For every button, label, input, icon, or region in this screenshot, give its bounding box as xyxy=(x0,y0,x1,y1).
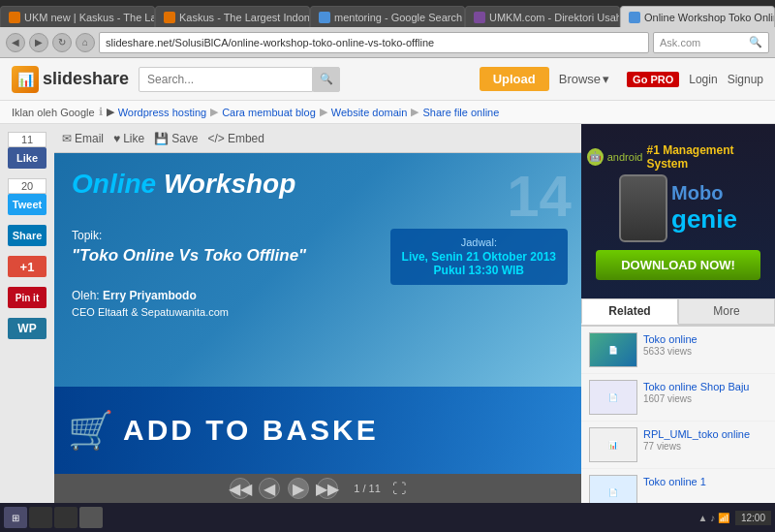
tab-related[interactable]: Related xyxy=(581,298,678,325)
start-button[interactable]: ⊞ xyxy=(4,507,27,528)
taskbar: ⊞ ▲ ♪ 📶 12:00 xyxy=(0,503,775,532)
prev-button[interactable]: ◀ xyxy=(259,478,280,499)
back-button[interactable]: ◀ xyxy=(6,33,25,52)
related-item-3[interactable]: 📊 RPL_UML_toko online 77 views xyxy=(581,422,775,469)
wordpress-button[interactable]: WP xyxy=(5,318,49,339)
embed-icon: </> xyxy=(208,132,225,145)
slide-controls: ◀◀ ◀ ▶ ▶▶ 1 / 11 ⛶ xyxy=(54,474,581,503)
browse-button[interactable]: Browse ▾ xyxy=(559,72,609,86)
right-panel: 🤖 android #1 Management System Mobo geni… xyxy=(581,124,775,503)
embed-button[interactable]: </> Embed xyxy=(208,132,264,145)
fb-count: 11 xyxy=(8,132,46,147)
slide-viewer: 14 Online Workshop Topik: "Toko Online V… xyxy=(54,153,581,474)
main-content: 11 Like 20 Tweet Share +1 Pin it WP ✉ Em… xyxy=(0,124,775,503)
logo[interactable]: 📊 slideshare xyxy=(12,66,129,93)
play-button[interactable]: ▶ xyxy=(288,478,309,499)
googleplus-button[interactable]: +1 xyxy=(5,256,49,277)
slide-author-name: Erry Priyambodo xyxy=(103,289,197,302)
rewind-button[interactable]: ◀◀ xyxy=(230,478,251,499)
email-label: Email xyxy=(75,132,104,145)
related-views-2: 1607 views xyxy=(643,393,749,404)
taskbar-icon-3[interactable] xyxy=(79,507,103,528)
signup-link[interactable]: Signup xyxy=(728,73,763,86)
tab-more[interactable]: More xyxy=(678,298,775,325)
like-label: Like xyxy=(123,132,144,145)
slide-topic-label: Topik: xyxy=(72,229,102,242)
slide-number-bg: 14 xyxy=(507,163,572,230)
slide-content: 14 Online Workshop Topik: "Toko Online V… xyxy=(54,153,581,474)
search-submit-button[interactable]: 🔍 xyxy=(313,67,340,92)
tab-1-icon xyxy=(9,12,20,23)
related-item-1[interactable]: 📄 Toko online 5633 views xyxy=(581,327,775,374)
ad-bar: Iklan oleh Google ℹ ▶ Wordpress hosting … xyxy=(0,101,775,124)
taskbar-icon-1[interactable] xyxy=(29,507,52,528)
related-thumb-1: 📄 xyxy=(589,332,637,367)
gp-label: +1 xyxy=(8,256,46,277)
browse-chevron-icon: ▾ xyxy=(603,72,609,86)
ad-link-3[interactable]: Website domain xyxy=(331,107,408,118)
tab-1-label: UKM new | Kaskus - The Largest " xyxy=(24,12,155,23)
schedule-label: Jadwal: xyxy=(402,236,556,248)
tab-bar: UKM new | Kaskus - The Largest " ✕ Kasku… xyxy=(0,0,775,27)
taskbar-icon-2[interactable] xyxy=(54,507,78,528)
next-button[interactable]: ▶▶ xyxy=(317,478,338,499)
ad-logo: Mobo genie xyxy=(619,174,737,242)
pin-label: Pin it xyxy=(8,287,46,308)
gopro-badge[interactable]: Go PRO xyxy=(627,72,679,87)
twitter-button[interactable]: 20 Tweet xyxy=(5,178,49,215)
brand-mobo: Mobo xyxy=(671,182,737,204)
related-thumb-4: 📄 xyxy=(589,475,637,503)
tab-1[interactable]: UKM new | Kaskus - The Largest " ✕ xyxy=(0,6,155,27)
save-label: Save xyxy=(171,132,198,145)
search-input[interactable] xyxy=(139,67,313,92)
login-link[interactable]: Login xyxy=(689,73,717,86)
slide-topic-text: "Toko Online Vs Toko Offline" xyxy=(72,246,306,266)
search-text: Ask.com xyxy=(660,37,700,48)
embed-label: Embed xyxy=(228,132,264,145)
like-button[interactable]: ♥ Like xyxy=(113,132,144,145)
slide-title: Online Workshop xyxy=(72,169,295,200)
save-button[interactable]: 💾 Save xyxy=(154,132,198,145)
tw-count: 20 xyxy=(8,178,46,194)
refresh-button[interactable]: ↻ xyxy=(52,33,72,52)
facebook-button[interactable]: 11 Like xyxy=(5,132,49,169)
tab-4[interactable]: UMKM.com - Direktori Usaha M... ✕ xyxy=(465,6,620,27)
related-views-3: 77 views xyxy=(643,441,750,452)
social-sidebar: 11 Like 20 Tweet Share +1 Pin it WP xyxy=(0,124,54,503)
tw-label: Tweet xyxy=(8,194,46,215)
fullscreen-button[interactable]: ⛶ xyxy=(392,481,406,496)
tab-4-icon xyxy=(474,12,485,23)
related-views-1: 5633 views xyxy=(643,346,698,357)
ad-link-2[interactable]: Cara membuat blog xyxy=(222,107,316,118)
ad-banner: 🤖 android #1 Management System Mobo geni… xyxy=(581,124,775,298)
upload-button[interactable]: Upload xyxy=(480,67,549,91)
pinterest-button[interactable]: Pin it xyxy=(5,287,49,308)
related-item-2[interactable]: 📄 Toko online Shop Baju 1607 views xyxy=(581,374,775,422)
slide-counter: 1 / 11 xyxy=(354,483,381,494)
address-bar[interactable]: slideshare.net/SolusiBlCA/online-worksho… xyxy=(99,32,649,53)
related-title-2: Toko online Shop Baju xyxy=(643,380,749,393)
email-button[interactable]: ✉ Email xyxy=(62,132,104,145)
linkedin-button[interactable]: Share xyxy=(5,225,49,246)
ad-link-1[interactable]: Wordpress hosting xyxy=(118,107,207,118)
tab-2[interactable]: Kaskus - The Largest Indonesian... ✕ xyxy=(155,6,310,27)
tab-3[interactable]: mentoring - Google Search ✕ xyxy=(310,6,465,27)
tab-5[interactable]: Online Workshop Toko Online v... ✕ xyxy=(620,6,775,27)
home-button[interactable]: ⌂ xyxy=(76,33,95,52)
slide-title-workshop: Workshop xyxy=(164,169,295,199)
brand-genie: genie xyxy=(671,204,737,235)
ad-link-4[interactable]: Share file online xyxy=(422,107,499,118)
tab-5-label: Online Workshop Toko Online v... xyxy=(644,12,775,23)
logo-text: slideshare xyxy=(43,69,129,89)
ad-label: Iklan oleh Google xyxy=(12,107,95,118)
tab-2-label: Kaskus - The Largest Indonesian... xyxy=(179,12,310,23)
site-search: 🔍 xyxy=(139,67,470,92)
ad-sep-1: ▶ xyxy=(107,106,114,118)
basket-text: ADD TO BASKE xyxy=(123,414,379,447)
download-button[interactable]: DOWNLOAD NOW! xyxy=(596,250,760,280)
related-item-4[interactable]: 📄 Toko online 1 xyxy=(581,469,775,503)
forward-button[interactable]: ▶ xyxy=(29,33,48,52)
search-bar[interactable]: Ask.com 🔍 xyxy=(653,32,769,53)
related-list: 📄 Toko online 5633 views 📄 Toko online S… xyxy=(581,327,775,503)
nav-bar: ◀ ▶ ↻ ⌂ slideshare.net/SolusiBlCA/online… xyxy=(0,27,775,58)
